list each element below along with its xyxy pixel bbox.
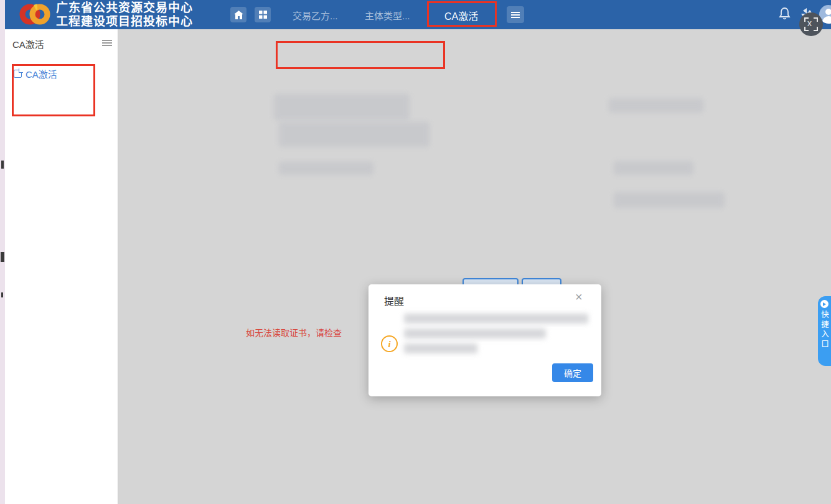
sidebar-collapse-icon[interactable] [102,40,112,46]
grid-icon [259,11,267,19]
home-icon [234,11,243,19]
quick-entry-tab[interactable]: 快捷入口 [818,296,831,366]
org-logo-icon [16,1,51,28]
cert-read-helper-text: 如无法读取证书，请检查 [246,326,342,338]
redacted-user-name-value [279,122,430,147]
reminder-dialog: 提醒 × i 确定 [369,284,601,396]
redacted-dialog-text-line3 [404,343,477,353]
quick-entry-arrow-icon [820,300,829,308]
dialog-close-icon[interactable]: × [575,291,583,303]
redacted-dialog-text-line2 [404,329,546,338]
sidebar-item-ca-activation[interactable]: CA激活 [14,67,57,80]
dialog-title: 提醒 [384,293,404,308]
site-title: 广东省公共资源交易中心 工程建设项目招投标中心 [56,1,193,28]
nav-tab-trade-party[interactable]: 交易乙方... [293,9,338,22]
redacted-credit-code-value [609,98,703,113]
redacted-unit-name-value [274,94,410,120]
avatar-person-icon [825,9,831,15]
sidebar-title: CA激活 [12,37,44,50]
nav-tab-ca-activation[interactable]: CA激活 [444,8,478,23]
nav-menu-button[interactable] [507,6,524,23]
redacted-office-phone-value [614,161,693,175]
hamburger-icon [511,12,520,18]
apps-grid-button[interactable] [255,7,271,22]
notifications-bell-icon[interactable] [779,7,791,20]
redacted-email-value [614,192,725,208]
sidebar-item-label: CA激活 [26,67,57,80]
confirm-button[interactable]: 确定 [552,363,593,382]
sidebar: CA激活 CA激活 [5,29,118,504]
screenshot-extension-button[interactable]: x [799,12,823,36]
quick-entry-label: 快捷入口 [819,310,830,349]
redacted-mobile-value [279,162,373,175]
left-edge-strip [0,0,5,504]
main-content [118,29,831,504]
redacted-dialog-text-line1 [404,314,588,324]
certificate-badge-icon [14,70,22,78]
top-header: 广东省公共资源交易中心 工程建设项目招投标中心 交易乙方... 主体类型... … [5,0,831,29]
nav-tab-subject-type[interactable]: 主体类型... [365,9,410,22]
app-screen: 广东省公共资源交易中心 工程建设项目招投标中心 交易乙方... 主体类型... … [0,0,831,504]
info-icon: i [381,335,398,352]
home-button[interactable] [230,7,246,22]
